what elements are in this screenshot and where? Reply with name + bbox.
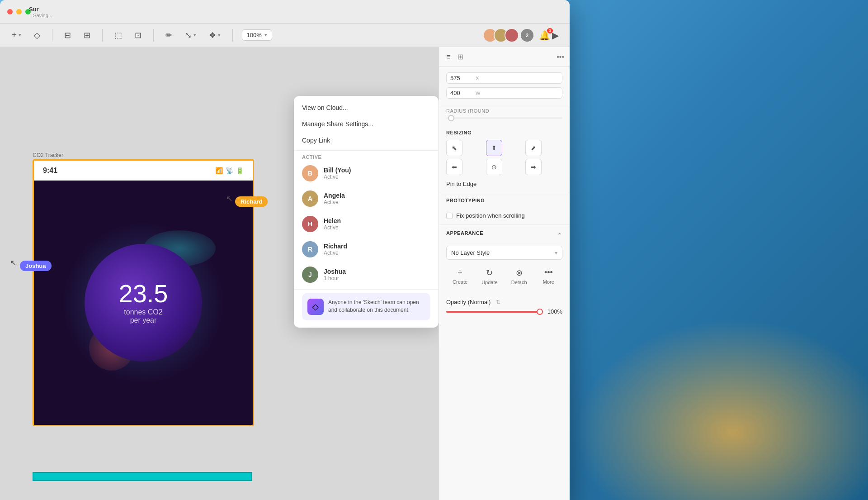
canvas-area[interactable]: CO2 Tracker 9:41 📶 📡 🔋: [0, 47, 439, 500]
opacity-slider[interactable]: [446, 311, 540, 313]
play-button[interactable]: ▶: [552, 30, 559, 41]
appearance-chevron-icon[interactable]: ⌃: [557, 232, 562, 239]
zoom-value: 100%: [247, 32, 262, 38]
layer-style-selector[interactable]: No Layer Style ▾: [446, 246, 562, 260]
zoom-control[interactable]: 100% ▾: [242, 29, 272, 41]
style-actions: + Create ↻ Update ⊗ Detach ••• More: [446, 265, 562, 288]
app-name-area: Sur – Saving...: [29, 0, 52, 24]
avatar-helen[interactable]: [505, 28, 519, 43]
radius-label: Radius (Round: [446, 108, 562, 114]
toolbar-separator-1: [52, 29, 52, 42]
close-button[interactable]: [7, 9, 13, 14]
user-helen[interactable]: H Helen Active: [294, 211, 439, 237]
x-input[interactable]: X: [446, 72, 562, 84]
y-input[interactable]: W: [446, 87, 562, 99]
opacity-row: Opacity (Normal) ⇅: [446, 299, 562, 305]
pen-button[interactable]: ✏: [163, 29, 175, 42]
create-style-button[interactable]: + Create: [446, 265, 474, 288]
resize-top-center[interactable]: ⬆: [486, 140, 502, 156]
avatar-overflow-count[interactable]: 2: [521, 29, 533, 42]
align-button[interactable]: ⊟: [61, 29, 74, 42]
transform-button[interactable]: ⬚: [112, 29, 125, 42]
crop-button[interactable]: ⊡: [132, 29, 144, 42]
minimize-button[interactable]: [16, 9, 22, 14]
resizing-grid: ⬉ ⬆ ⬈ ⬅ ⊙ ➡: [446, 140, 562, 175]
co2-value: 23.5: [119, 281, 168, 306]
frame-label: CO2 Tracker: [33, 152, 63, 158]
phone-frame[interactable]: 9:41 📶 📡 🔋 23.5: [33, 159, 254, 426]
panel-more-button[interactable]: •••: [557, 53, 564, 61]
proto-title: PROTOTYPING: [446, 198, 485, 203]
component-icon: ❖: [209, 30, 216, 40]
user-angela[interactable]: A Angela Active: [294, 186, 439, 211]
radius-slider[interactable]: [446, 117, 562, 119]
resize-icon: ⤡: [185, 30, 192, 40]
add-button[interactable]: + ▾: [9, 29, 24, 42]
resize-middle-left[interactable]: ⬅: [446, 159, 462, 175]
notifications-button[interactable]: 🔔 3: [539, 30, 550, 41]
dropdown-separator-1: [294, 150, 439, 151]
user-angela-name: Angela: [324, 192, 430, 199]
resize-top-right[interactable]: ⬈: [525, 140, 542, 156]
more-label: More: [543, 279, 554, 285]
app-name-label: Sur: [29, 6, 52, 13]
x-value-input[interactable]: [450, 75, 473, 81]
co2-unit: tonnes CO2 per year: [124, 308, 162, 324]
titlebar: Sur – Saving...: [0, 0, 570, 24]
detach-style-button[interactable]: ⊗ Detach: [505, 265, 533, 288]
update-icon: ↻: [486, 268, 493, 278]
distribute-button[interactable]: ⊞: [81, 29, 93, 42]
resize-middle-center[interactable]: ⊙: [486, 159, 502, 175]
resize-button[interactable]: ⤡ ▾: [182, 29, 199, 42]
opacity-arrows-icon: ⇅: [496, 299, 500, 305]
user-richard[interactable]: R Richard Active: [294, 237, 439, 262]
distribute-icon: ⊞: [84, 30, 90, 40]
view-on-cloud-item[interactable]: View on Cloud...: [294, 100, 439, 116]
copy-link-item[interactable]: Copy Link: [294, 132, 439, 148]
radius-section: Radius (Round: [439, 108, 570, 124]
toolbar-separator-3: [153, 29, 154, 42]
right-panel: ≡ ⊞ ••• X W: [439, 47, 570, 500]
more-style-button[interactable]: ••• More: [535, 265, 562, 288]
status-time: 9:41: [43, 167, 57, 175]
user-joshua-name: Joshua: [324, 268, 430, 275]
update-style-button[interactable]: ↻ Update: [476, 265, 503, 288]
user-richard-name: Richard: [324, 243, 430, 250]
sketch-team-box: ◇ Anyone in the 'Sketch' team can open a…: [302, 293, 430, 320]
fix-position-checkbox[interactable]: [446, 213, 453, 219]
user-joshua[interactable]: J Joshua 1 hour: [294, 262, 439, 287]
pen-icon: ✏: [165, 30, 172, 40]
window-controls: [7, 9, 31, 14]
user-bill-name: Bill (You): [324, 167, 430, 174]
component-chevron-icon: ▾: [218, 32, 221, 38]
transform-icon: ⬚: [114, 30, 122, 40]
user-angela-status: Active: [324, 199, 430, 205]
user-angela-info: Angela Active: [324, 192, 430, 205]
app-save-status: – Saving...: [29, 13, 52, 18]
opacity-section: Opacity (Normal) ⇅ 100%: [439, 299, 570, 320]
insert-button[interactable]: ◇: [31, 29, 43, 42]
layer-style-chevron-icon: ▾: [555, 250, 557, 256]
app-window: Sur – Saving... + ▾ ◇ ⊟ ⊞ ⬚ ⊡ ✏ ⤡: [0, 0, 570, 500]
x-label: X: [476, 76, 479, 81]
tab-layout[interactable]: ⊞: [456, 51, 465, 63]
user-richard-status: Active: [324, 250, 430, 256]
appearance-section: APPEARANCE ⌃ No Layer Style ▾ + Create ↻…: [439, 225, 570, 299]
tab-style[interactable]: ≡: [444, 51, 452, 63]
align-icon: ⊟: [64, 30, 71, 40]
manage-share-item[interactable]: Manage Share Settings...: [294, 116, 439, 132]
resize-middle-right[interactable]: ➡: [525, 159, 542, 175]
opacity-thumb[interactable]: [537, 309, 543, 315]
radius-thumb[interactable]: [448, 115, 454, 121]
manage-share-label: Manage Share Settings...: [302, 120, 373, 128]
component-button[interactable]: ❖ ▾: [206, 29, 223, 42]
orb-inner: 23.5 tonnes CO2 per year: [85, 244, 202, 362]
diamond-icon: ◇: [34, 30, 40, 40]
y-row: W: [446, 87, 562, 99]
y-value-input[interactable]: [450, 90, 473, 96]
avatar-helen-dropdown: H: [302, 216, 318, 232]
active-section-label: Active: [294, 152, 439, 161]
resize-top-left[interactable]: ⬉: [446, 140, 462, 156]
copy-link-label: Copy Link: [302, 137, 330, 144]
user-bill[interactable]: B Bill (You) Active: [294, 161, 439, 186]
